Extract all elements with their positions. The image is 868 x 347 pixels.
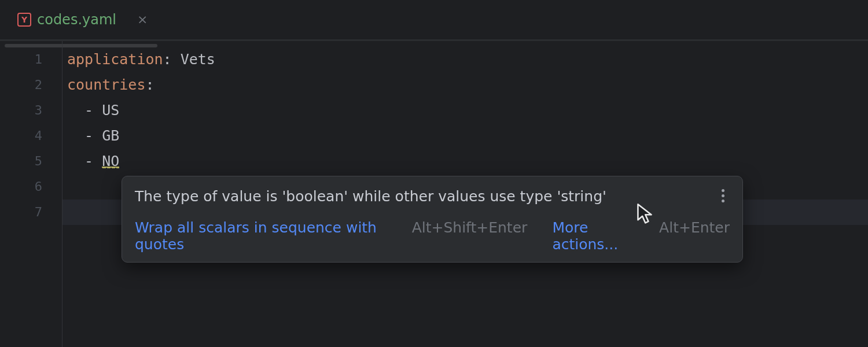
warning-token: NO [102,153,119,169]
tab-bar: codes.yaml × [0,0,868,39]
code-line[interactable]: application: Vets [67,47,868,72]
yaml-file-icon [17,13,31,27]
line-number: 5 [0,149,62,174]
line-number: 2 [0,72,62,98]
line-number: 1 [0,47,62,72]
code-line[interactable]: - US [67,98,868,123]
line-number: 4 [0,123,62,149]
quick-fix-link[interactable]: Wrap all scalars in sequence with quotes [135,219,400,253]
line-number: 6 [0,174,62,200]
code-line[interactable]: - GB [67,123,868,149]
line-number: 7 [0,200,62,225]
more-actions-shortcut: Alt+Enter [659,219,730,236]
tab-codes-yaml[interactable]: codes.yaml × [0,0,163,39]
more-actions-link[interactable]: More actions... [552,219,648,253]
quick-fix-shortcut: Alt+Shift+Enter [412,219,528,236]
close-tab-icon[interactable]: × [133,11,152,28]
code-line[interactable]: - NO [67,149,868,174]
code-line[interactable]: countries: [67,72,868,98]
inspection-message: The type of value is 'boolean' while oth… [135,187,606,206]
line-number: 3 [0,98,62,123]
inspection-actions: Wrap all scalars in sequence with quotes… [135,219,730,253]
gutter: 1 2 3 4 5 6 7 [0,41,62,347]
more-options-icon[interactable] [716,187,730,202]
inspection-popup: The type of value is 'boolean' while oth… [122,176,743,263]
tab-label: codes.yaml [37,12,116,28]
